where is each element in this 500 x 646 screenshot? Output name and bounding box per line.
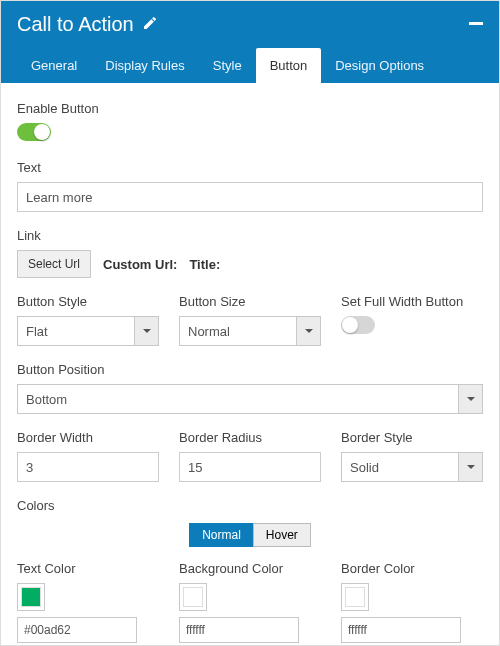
text-color-label: Text Color — [17, 561, 159, 576]
background-color-label: Background Color — [179, 561, 321, 576]
link-label: Link — [17, 228, 483, 243]
field-border-radius: Border Radius — [179, 430, 321, 482]
button-style-value: Flat — [18, 317, 134, 345]
border-radius-input[interactable] — [179, 452, 321, 482]
custom-url-label: Custom Url: — [103, 257, 177, 272]
state-tab-hover[interactable]: Hover — [253, 523, 311, 547]
border-color-input[interactable] — [341, 617, 461, 643]
field-full-width: Set Full Width Button — [341, 294, 483, 346]
button-position-select[interactable]: Bottom — [17, 384, 483, 414]
text-label: Text — [17, 160, 483, 175]
field-border-color: Border Color — [341, 561, 483, 643]
tab-bar: General Display Rules Style Button Desig… — [17, 48, 483, 83]
field-border-style: Border Style Solid — [341, 430, 483, 482]
field-button-size: Button Size Normal — [179, 294, 321, 346]
enable-button-toggle[interactable] — [17, 123, 51, 141]
colors-section-label: Colors — [17, 498, 483, 513]
button-size-value: Normal — [180, 317, 296, 345]
panel-body: Enable Button Text Link Select Url Custo… — [1, 83, 499, 645]
swatch-fill — [345, 587, 365, 607]
field-button-position: Button Position Bottom — [17, 362, 483, 414]
chevron-down-icon — [134, 317, 158, 345]
button-style-label: Button Style — [17, 294, 159, 309]
title-text: Call to Action — [17, 13, 134, 36]
link-title-label: Title: — [189, 257, 220, 272]
full-width-label: Set Full Width Button — [341, 294, 483, 309]
row-borders: Border Width Border Radius Border Style … — [17, 430, 483, 482]
chevron-down-icon — [458, 453, 482, 481]
enable-button-label: Enable Button — [17, 101, 483, 116]
swatch-fill — [21, 587, 41, 607]
text-color-swatch[interactable] — [17, 583, 45, 611]
panel-header: Call to Action General Display Rules Sty… — [1, 1, 499, 83]
button-size-label: Button Size — [179, 294, 321, 309]
button-position-label: Button Position — [17, 362, 483, 377]
border-style-label: Border Style — [341, 430, 483, 445]
border-style-value: Solid — [342, 453, 458, 481]
tab-style[interactable]: Style — [199, 48, 256, 83]
border-style-select[interactable]: Solid — [341, 452, 483, 482]
toggle-knob — [342, 317, 358, 333]
field-button-style: Button Style Flat — [17, 294, 159, 346]
field-text: Text — [17, 160, 483, 212]
border-width-input[interactable] — [17, 452, 159, 482]
button-size-select[interactable]: Normal — [179, 316, 321, 346]
toggle-knob — [34, 124, 50, 140]
settings-panel: Call to Action General Display Rules Sty… — [0, 0, 500, 646]
border-width-label: Border Width — [17, 430, 159, 445]
text-color-input[interactable] — [17, 617, 137, 643]
background-color-input[interactable] — [179, 617, 299, 643]
background-color-swatch[interactable] — [179, 583, 207, 611]
edit-icon[interactable] — [142, 13, 158, 36]
chevron-down-icon — [458, 385, 482, 413]
row-colors: Text Color Background Color Border Color — [17, 561, 483, 643]
field-text-color: Text Color — [17, 561, 159, 643]
field-link: Link Select Url Custom Url: Title: — [17, 228, 483, 278]
select-url-button[interactable]: Select Url — [17, 250, 91, 278]
chevron-down-icon — [296, 317, 320, 345]
panel-title: Call to Action — [17, 13, 158, 36]
full-width-toggle[interactable] — [341, 316, 375, 334]
tab-design-options[interactable]: Design Options — [321, 48, 438, 83]
swatch-fill — [183, 587, 203, 607]
border-color-swatch[interactable] — [341, 583, 369, 611]
text-input[interactable] — [17, 182, 483, 212]
border-radius-label: Border Radius — [179, 430, 321, 445]
tab-button[interactable]: Button — [256, 48, 322, 83]
button-style-select[interactable]: Flat — [17, 316, 159, 346]
border-color-label: Border Color — [341, 561, 483, 576]
row-style-size-fullwidth: Button Style Flat Button Size Normal Set… — [17, 294, 483, 346]
color-state-tabs: Normal Hover — [17, 523, 483, 547]
field-background-color: Background Color — [179, 561, 321, 643]
tab-general[interactable]: General — [17, 48, 91, 83]
minimize-button[interactable] — [469, 22, 483, 25]
state-tab-normal[interactable]: Normal — [189, 523, 253, 547]
field-border-width: Border Width — [17, 430, 159, 482]
tab-display-rules[interactable]: Display Rules — [91, 48, 198, 83]
button-position-value: Bottom — [18, 385, 458, 413]
field-enable-button: Enable Button — [17, 101, 483, 144]
